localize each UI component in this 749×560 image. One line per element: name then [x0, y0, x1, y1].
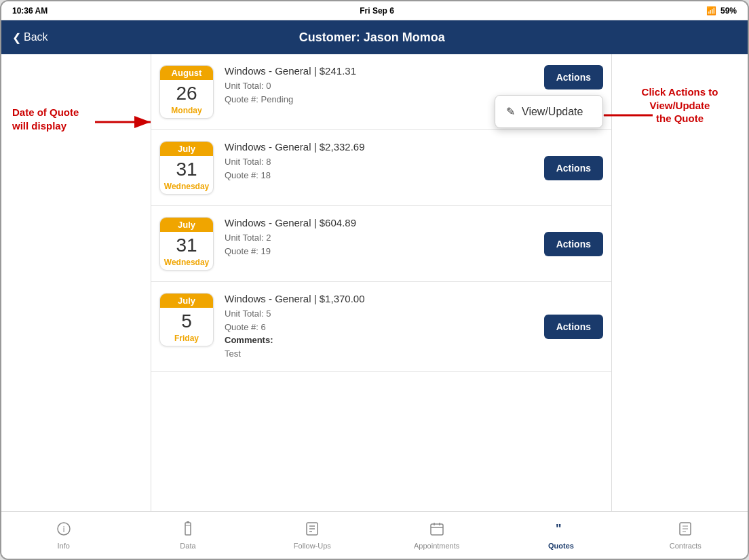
- tab-follow-ups-label: Follow-Ups: [294, 542, 331, 550]
- svg-rect-13: [431, 524, 443, 535]
- tab-appointments-label: Appointments: [414, 542, 459, 550]
- status-bar: 10:36 AM Fri Sep 6 📶 59%: [1, 1, 748, 20]
- quote-item: July 31 Wednesday Windows - General | $6…: [151, 206, 611, 282]
- quote-title: Windows - General | $1,370.00: [225, 293, 539, 304]
- dropdown-menu: ✎ View/Update: [495, 95, 603, 128]
- quote-detail-comments-value: Test: [225, 347, 539, 361]
- nav-bar: ❮ Back Customer: Jason Momoa: [1, 20, 748, 54]
- tab-contracts[interactable]: Contracts: [623, 512, 748, 559]
- quote-info: Windows - General | $2,332.69 Unit Total…: [225, 141, 539, 182]
- quote-info: Windows - General | $604.89 Unit Total: …: [225, 217, 539, 258]
- quote-title: Windows - General | $2,332.69: [225, 141, 539, 153]
- svg-text:": ": [556, 522, 562, 536]
- quote-info: Windows - General | $241.31 Unit Total: …: [225, 65, 539, 106]
- tab-bar: i Info Data: [1, 511, 748, 559]
- quote-info: Windows - General | $1,370.00 Unit Total…: [225, 293, 539, 360]
- quote-detail-unit: Unit Total: 0: [225, 79, 539, 93]
- date-badge: July 31 Wednesday: [159, 141, 214, 195]
- actions-button[interactable]: Actions: [544, 315, 603, 339]
- date-month: July: [160, 142, 213, 156]
- date-month: July: [160, 218, 213, 232]
- tab-quotes[interactable]: " Quotes: [499, 512, 623, 559]
- quote-detail-num: Quote #: 6: [225, 321, 539, 334]
- quote-item: August 26 Monday Windows - General | $24…: [151, 54, 611, 130]
- tab-contracts-label: Contracts: [670, 542, 702, 550]
- date-month: July: [160, 294, 213, 308]
- view-update-label: View/Update: [522, 106, 583, 118]
- chevron-left-icon: ❮: [12, 31, 21, 44]
- quote-title: Windows - General | $241.31: [225, 65, 539, 77]
- arrow-svg-right: [600, 107, 654, 123]
- date-badge: August 26 Monday: [159, 65, 214, 119]
- quote-title: Windows - General | $604.89: [225, 217, 539, 228]
- tab-quotes-label: Quotes: [548, 542, 574, 550]
- left-arrow: [95, 114, 156, 130]
- tab-follow-ups[interactable]: Follow-Ups: [250, 512, 374, 559]
- right-annotation: Click Actions to View/Update the Quote: [612, 54, 748, 511]
- status-time: 10:36 AM: [12, 6, 47, 16]
- content-area: August 26 Monday Windows - General | $24…: [151, 54, 612, 511]
- date-weekday: Friday: [160, 334, 213, 346]
- quote-detail-comments-label: Comments:: [225, 334, 539, 347]
- quote-item: July 5 Friday Windows - General | $1,370…: [151, 282, 611, 372]
- tab-data-label: Data: [180, 542, 195, 550]
- status-date: Fri Sep 6: [360, 6, 394, 16]
- status-bar-right: 📶 59%: [706, 6, 737, 16]
- quote-detail-unit: Unit Total: 8: [225, 155, 539, 169]
- tab-data[interactable]: Data: [126, 512, 250, 559]
- edit-icon: ✎: [506, 105, 515, 118]
- quote-detail-unit: Unit Total: 2: [225, 231, 539, 245]
- date-month: August: [160, 66, 213, 80]
- date-weekday: Wednesday: [160, 258, 213, 270]
- appointments-icon: [429, 521, 444, 539]
- quote-detail-num: Quote #: 19: [225, 245, 539, 258]
- nav-title: Customer: Jason Momoa: [48, 31, 696, 45]
- battery-label: 59%: [721, 6, 737, 16]
- back-button[interactable]: ❮ Back: [12, 31, 48, 44]
- left-annotation: Date of Quote will display: [1, 54, 151, 511]
- quote-detail-unit: Unit Total: 5: [225, 307, 539, 321]
- svg-rect-6: [185, 523, 191, 535]
- contracts-icon: [678, 521, 693, 539]
- data-icon: [180, 521, 195, 539]
- arrow-svg: [95, 114, 156, 130]
- quote-detail-num: Quote #: 18: [225, 169, 539, 182]
- quote-detail-num: Quote #: Pending: [225, 93, 539, 106]
- follow-ups-icon: [305, 521, 320, 539]
- view-update-option[interactable]: ✎ View/Update: [495, 96, 602, 127]
- quotes-icon: ": [554, 521, 569, 539]
- date-day: 31: [160, 156, 213, 182]
- actions-button[interactable]: Actions: [544, 65, 603, 89]
- quote-item: July 31 Wednesday Windows - General | $2…: [151, 130, 611, 206]
- date-day: 31: [160, 232, 213, 258]
- date-of-quote-annotation: Date of Quote will display: [12, 106, 79, 132]
- tab-appointments[interactable]: Appointments: [374, 512, 499, 559]
- main-layout: Date of Quote will display: [1, 54, 748, 511]
- date-badge: July 5 Friday: [159, 293, 214, 346]
- date-day: 5: [160, 308, 213, 334]
- svg-text:i: i: [62, 525, 64, 534]
- tab-info-label: Info: [57, 542, 69, 550]
- date-weekday: Wednesday: [160, 182, 213, 194]
- tab-info[interactable]: i Info: [1, 512, 126, 559]
- info-icon: i: [56, 521, 71, 539]
- device-frame: 10:36 AM Fri Sep 6 📶 59% ❮ Back Customer…: [0, 0, 749, 560]
- actions-dropdown-container: Actions ✎ View/Update: [539, 65, 603, 89]
- date-badge: July 31 Wednesday: [159, 217, 214, 271]
- date-day: 26: [160, 80, 213, 106]
- date-weekday: Monday: [160, 106, 213, 118]
- right-arrow: [600, 107, 654, 123]
- actions-button[interactable]: Actions: [544, 156, 603, 180]
- wifi-icon: 📶: [706, 6, 716, 16]
- actions-button[interactable]: Actions: [544, 232, 603, 256]
